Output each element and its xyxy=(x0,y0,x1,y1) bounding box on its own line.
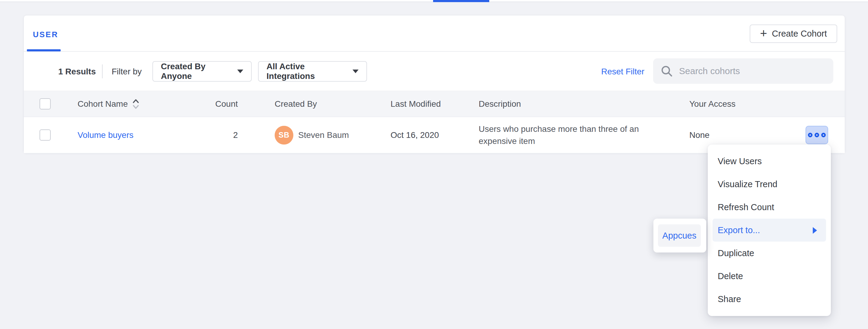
create-cohort-button[interactable]: + Create Cohort xyxy=(750,25,837,43)
row-actions-menu: View Users Visualize Trend Refresh Count… xyxy=(708,144,831,316)
filter-bar: 1 Results Filter by Created By Anyone Al… xyxy=(24,52,845,91)
creator-name: Steven Baum xyxy=(298,130,349,140)
cohorts-panel: USER + Create Cohort 1 Results Filter by… xyxy=(24,15,845,153)
column-header-created-by[interactable]: Created By xyxy=(275,91,317,117)
chevron-down-icon xyxy=(352,70,359,73)
cohort-count: 2 xyxy=(233,130,238,140)
create-cohort-label: Create Cohort xyxy=(772,29,827,39)
column-header-your-access[interactable]: Your Access xyxy=(689,91,736,117)
tab-user[interactable]: USER xyxy=(33,30,58,39)
created-by-dropdown-label: Created By Anyone xyxy=(161,62,231,81)
search-input[interactable] xyxy=(679,66,826,76)
integrations-dropdown-label: All Active Integrations xyxy=(267,62,346,81)
column-label: Created By xyxy=(275,99,317,109)
select-all-checkbox[interactable] xyxy=(39,98,51,109)
column-label: Last Modified xyxy=(391,99,441,109)
menu-item-duplicate[interactable]: Duplicate xyxy=(708,242,831,265)
column-header-description[interactable]: Description xyxy=(479,91,663,117)
integrations-dropdown[interactable]: All Active Integrations xyxy=(258,61,367,82)
menu-item-refresh-count[interactable]: Refresh Count xyxy=(708,196,831,219)
menu-item-delete[interactable]: Delete xyxy=(708,265,831,287)
divider xyxy=(102,64,103,78)
panel-tab-bar: USER + Create Cohort xyxy=(24,16,845,52)
column-label: Your Access xyxy=(689,99,736,109)
row-actions-button[interactable] xyxy=(806,126,828,144)
menu-item-export-to[interactable]: Export to... xyxy=(713,219,826,242)
search-icon xyxy=(660,65,673,77)
dot-icon xyxy=(814,133,819,137)
top-nav-bar xyxy=(0,0,868,2)
row-checkbox[interactable] xyxy=(39,130,51,141)
menu-item-visualize-trend[interactable]: Visualize Trend xyxy=(708,173,831,196)
column-label: Cohort Name xyxy=(78,99,128,109)
filter-by-label: Filter by xyxy=(112,67,142,77)
sort-icon[interactable] xyxy=(132,98,140,110)
last-modified-date: Oct 16, 2020 xyxy=(391,130,439,140)
chevron-down-icon xyxy=(237,70,243,73)
created-by-dropdown[interactable]: Created By Anyone xyxy=(152,61,252,82)
column-header-count[interactable]: Count xyxy=(160,91,238,117)
active-nav-tab-indicator xyxy=(433,0,489,2)
menu-item-view-users[interactable]: View Users xyxy=(708,150,831,173)
table-header-row: Cohort Name Count Created By Last Modifi… xyxy=(24,91,845,117)
results-count: 1 Results xyxy=(58,67,96,77)
avatar: SB xyxy=(275,126,293,144)
menu-item-label: Export to... xyxy=(718,225,760,235)
plus-icon: + xyxy=(760,27,767,39)
menu-item-share[interactable]: Share xyxy=(708,287,831,310)
column-header-last-modified[interactable]: Last Modified xyxy=(391,91,441,117)
cohort-description: Users who purchase more than three of an… xyxy=(479,123,663,147)
column-header-cohort-name[interactable]: Cohort Name xyxy=(78,91,140,117)
reset-filter-link[interactable]: Reset Filter xyxy=(601,67,644,77)
search-box[interactable] xyxy=(653,58,833,84)
export-submenu: Appcues xyxy=(653,219,706,252)
column-label: Count xyxy=(215,99,238,109)
submenu-arrow-icon xyxy=(813,227,817,234)
submenu-item-appcues[interactable]: Appcues xyxy=(658,224,701,247)
cohort-name-link[interactable]: Volume buyers xyxy=(78,130,133,140)
dot-icon xyxy=(821,133,826,137)
tab-user-underline xyxy=(27,49,61,51)
your-access-value: None xyxy=(689,130,710,140)
dot-icon xyxy=(808,133,812,137)
column-label: Description xyxy=(479,99,521,109)
